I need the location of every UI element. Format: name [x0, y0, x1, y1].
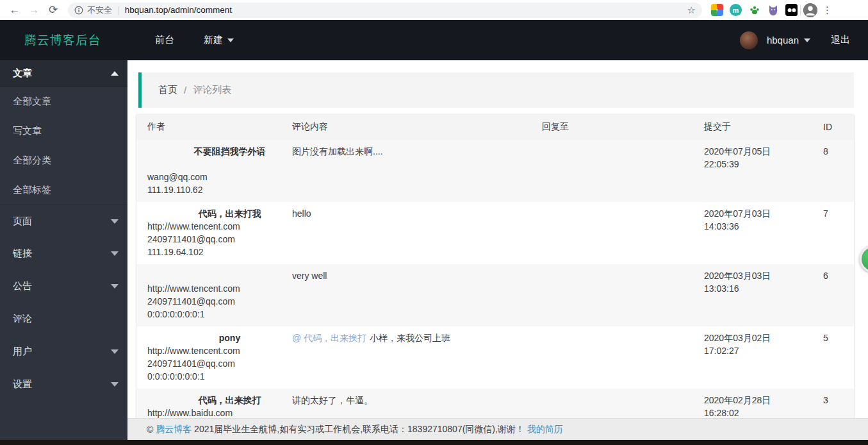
reply-to-cell: [531, 269, 693, 321]
sidebar-item[interactable]: 页面: [0, 205, 127, 237]
author-email: wang@qq.com: [147, 171, 281, 183]
id-cell: 8: [812, 145, 854, 197]
author-email: 2409711401@qq.com: [147, 295, 281, 308]
toolbar-divider: [800, 4, 801, 16]
reply-to-cell: [531, 207, 693, 259]
author-name: [147, 269, 281, 282]
submitted-date: 2020年03月03日: [704, 269, 812, 282]
author-name: 代码，出来挨打: [147, 394, 281, 407]
submitted-cell: 2020年03月02日 17:02:27: [693, 332, 812, 383]
chevron-down-icon: [227, 38, 234, 42]
bottom-strip: [0, 440, 868, 445]
sidebar-caret-icon: [111, 219, 119, 224]
user-avatar[interactable]: [740, 31, 758, 49]
username-menu[interactable]: hbquan: [767, 35, 810, 46]
forward-icon[interactable]: →: [24, 2, 44, 19]
url-text[interactable]: hbquan.top/admin/comment: [125, 5, 682, 15]
submitted-cell: 2020年07月05日 22:05:39: [693, 145, 812, 197]
comment-cell: hello: [281, 207, 531, 259]
breadcrumb-home-link[interactable]: 首页: [158, 84, 177, 96]
comment-cell: 图片没有加载出来啊....: [281, 145, 531, 197]
comment-cell: @ 代码，出来挨打小样，来我公司上班: [281, 332, 531, 383]
back-icon[interactable]: ←: [5, 2, 24, 19]
author-ip: 0:0:0:0:0:0:0:1: [147, 370, 281, 383]
submitted-date: 2020年03月02日: [704, 332, 812, 344]
sidebar-item[interactable]: 公告: [0, 270, 127, 303]
sidebar-caret-icon: [111, 71, 119, 76]
resume-link[interactable]: 我的简历: [527, 424, 563, 435]
reply-to-cell: [531, 145, 693, 197]
author-cell: 不要阻挡我学外语 wang@qq.com 111.19.110.62: [136, 145, 281, 197]
comment-table: 作者 评论内容 回复至 提交于 ID 不要阻挡我学外语 wang@qq.com …: [136, 114, 854, 440]
author-name: 代码，出来打我: [147, 207, 281, 220]
id-cell: 6: [812, 269, 854, 321]
bookmark-star-icon[interactable]: ☆: [687, 4, 696, 16]
author-ip: 111.19.64.102: [147, 246, 281, 258]
submitted-time: 22:05:39: [704, 158, 812, 171]
sidebar-item[interactable]: 文章: [0, 60, 127, 87]
extension-m-icon[interactable]: m: [730, 4, 742, 16]
reload-icon[interactable]: ⟳: [44, 2, 63, 19]
sidebar-item-label: 链接: [13, 248, 32, 260]
sidebar-item-label: 设置: [13, 378, 32, 390]
sidebar-item[interactable]: 全部文章: [0, 87, 127, 116]
sidebar-item-label: 用户: [13, 346, 32, 358]
author-url: http://www.tencent.com: [147, 220, 281, 233]
sidebar-item-label: 全部分类: [13, 155, 51, 167]
sidebar-item-label: 写文章: [13, 125, 42, 137]
col-header-author: 作者: [136, 121, 281, 133]
omnibox-divider: |: [117, 5, 120, 15]
sidebar-item[interactable]: 写文章: [0, 116, 127, 146]
browser-profile-icon[interactable]: [803, 3, 817, 17]
sidebar-caret-icon: [111, 382, 119, 387]
table-row: 不要阻挡我学外语 wang@qq.com 111.19.110.62 图片没有加…: [136, 140, 854, 202]
submitted-date: 2020年02月28日: [704, 394, 812, 407]
address-bar[interactable]: 不安全 | hbquan.top/admin/comment ☆: [68, 3, 702, 18]
author-ip: 111.19.110.62: [147, 183, 281, 196]
sidebar-item[interactable]: 全部标签: [0, 175, 127, 205]
sidebar-caret-icon: [111, 349, 119, 354]
chevron-down-icon: [804, 38, 810, 42]
author-name: pony: [147, 332, 281, 344]
mention-link[interactable]: @ 代码，出来挨打: [292, 333, 366, 343]
sidebar-item[interactable]: 链接: [0, 237, 127, 270]
submitted-time: 17:02:27: [704, 344, 812, 357]
sidebar-item-label: 页面: [13, 215, 32, 228]
col-header-reply-to: 回复至: [531, 121, 693, 133]
comment-text: hello: [292, 208, 311, 219]
brand-title[interactable]: 腾云博客后台: [24, 32, 101, 49]
sidebar-item[interactable]: 评论: [0, 303, 127, 335]
sidebar-item-label: 全部标签: [13, 184, 51, 196]
sidebar-item-label: 文章: [13, 67, 32, 80]
extension-glasses-icon[interactable]: [785, 4, 798, 16]
browser-menu-icon[interactable]: ⋮: [823, 4, 832, 16]
author-ip: 0:0:0:0:0:0:0:1: [147, 308, 281, 321]
author-cell: pony http://www.tencent.com 2409711401@q…: [136, 332, 281, 383]
footer-text: 2021届毕业生全航博,如有实习或工作机会,联系电话：18392710807(同…: [192, 424, 527, 435]
author-cell: 代码，出来打我 http://www.tencent.com 240971140…: [136, 207, 281, 259]
extension-paw-icon[interactable]: [748, 4, 760, 16]
table-row: http://www.tencent.com 2409711401@qq.com…: [136, 264, 854, 326]
nav-front-link[interactable]: 前台: [155, 34, 174, 46]
comment-cell: very well: [281, 269, 531, 321]
logout-button[interactable]: 退出: [831, 34, 850, 46]
nav-new-menu[interactable]: 新建: [204, 34, 234, 46]
info-icon[interactable]: [74, 6, 83, 15]
author-cell: http://www.tencent.com 2409711401@qq.com…: [136, 269, 281, 321]
breadcrumb: 首页 / 评论列表: [138, 72, 854, 108]
author-name: 不要阻挡我学外语: [147, 145, 281, 158]
sidebar-caret-icon: [111, 251, 119, 256]
extension-lightning-icon[interactable]: [711, 4, 723, 16]
sidebar-item[interactable]: 设置: [0, 368, 127, 401]
page: ← → ⟳ 不安全 | hbquan.top/admin/comment ☆ m: [0, 0, 868, 445]
table-row: 代码，出来打我 http://www.tencent.com 240971140…: [136, 202, 854, 264]
blog-link[interactable]: 腾云博客: [156, 424, 192, 435]
author-url: http://www.tencent.com: [147, 282, 281, 295]
comment-text: 讲的太好了，牛逼。: [292, 395, 373, 405]
sidebar-item[interactable]: 用户: [0, 335, 127, 368]
table-row: pony http://www.tencent.com 2409711401@q…: [136, 326, 854, 389]
sidebar-item[interactable]: 全部分类: [0, 146, 127, 175]
sidebar-item-label: 评论: [13, 313, 32, 325]
extension-cat-icon[interactable]: [767, 4, 779, 16]
sidebar-item-label: 公告: [13, 280, 32, 292]
